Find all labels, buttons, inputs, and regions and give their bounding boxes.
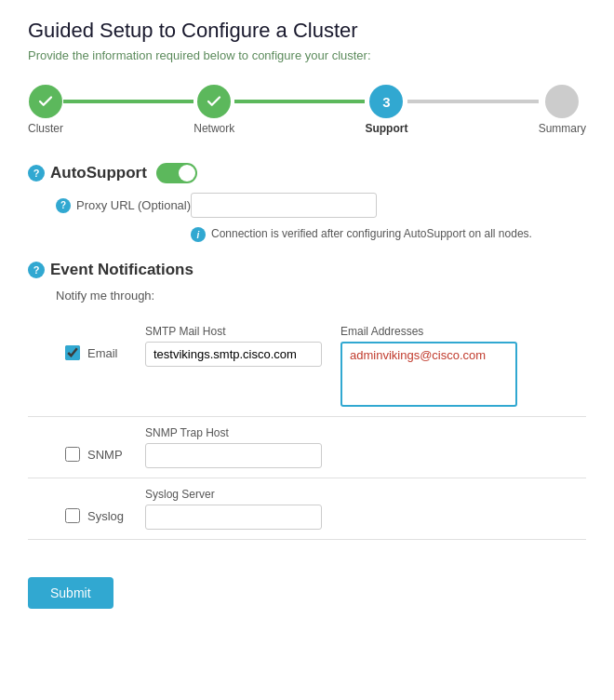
snmp-trap-input[interactable] xyxy=(145,443,322,468)
step-label-cluster: Cluster xyxy=(28,122,63,135)
event-notif-help-icon[interactable]: ? xyxy=(28,262,45,278)
email-row: Email SMTP Mail Host Email Addresses xyxy=(28,316,586,417)
syslog-server-input[interactable] xyxy=(145,505,322,530)
snmp-row: SNMP SNMP Trap Host xyxy=(28,417,586,478)
autosupport-title: AutoSupport xyxy=(50,164,147,182)
autosupport-section: ? AutoSupport ? Proxy URL (Optional) i C… xyxy=(28,163,586,242)
connector-3 xyxy=(407,100,538,103)
proxy-url-label: ? Proxy URL (Optional) xyxy=(56,198,191,213)
connector-1 xyxy=(63,100,194,103)
email-checkbox[interactable] xyxy=(65,345,80,360)
event-notifications-section: ? Event Notifications Notify me through:… xyxy=(28,261,586,540)
submit-button[interactable]: Submit xyxy=(28,577,113,609)
syslog-server-label: Syslog Server xyxy=(145,488,322,501)
proxy-url-input[interactable] xyxy=(191,193,377,218)
syslog-row: Syslog Syslog Server xyxy=(28,478,586,540)
step-label-network: Network xyxy=(194,122,234,135)
smtp-input[interactable] xyxy=(145,342,322,367)
step-circle-cluster xyxy=(29,85,62,118)
snmp-fields: SNMP Trap Host xyxy=(145,426,322,468)
event-notifications-header: ? Event Notifications xyxy=(28,261,586,279)
email-checkbox-wrap: Email xyxy=(65,345,130,360)
email-addresses-label: Email Addresses xyxy=(340,325,517,338)
stepper: Cluster Network 3 Support Summary xyxy=(28,85,586,135)
info-note-text: Connection is verified after configuring… xyxy=(211,227,532,240)
page-title: Guided Setup to Configure a Cluster xyxy=(28,19,586,43)
snmp-label: SNMP xyxy=(87,448,123,462)
email-label: Email xyxy=(87,346,118,360)
toggle-thumb xyxy=(179,165,195,182)
snmp-trap-label: SNMP Trap Host xyxy=(145,426,322,439)
syslog-checkbox[interactable] xyxy=(65,508,80,523)
proxy-help-icon[interactable]: ? xyxy=(56,198,71,213)
syslog-server-field: Syslog Server xyxy=(145,488,322,530)
snmp-checkbox[interactable] xyxy=(65,447,80,462)
syslog-checkbox-wrap: Syslog xyxy=(65,508,130,523)
notify-label: Notify me through: xyxy=(56,289,586,303)
snmp-checkbox-wrap: SNMP xyxy=(65,447,130,462)
step-label-summary: Summary xyxy=(539,122,586,135)
syslog-fields: Syslog Server xyxy=(145,488,322,530)
snmp-trap-field: SNMP Trap Host xyxy=(145,426,322,468)
email-addresses-field: Email Addresses xyxy=(340,325,517,407)
step-summary: Summary xyxy=(539,85,586,135)
step-circle-summary xyxy=(545,85,579,118)
step-circle-network xyxy=(197,85,231,118)
smtp-field: SMTP Mail Host xyxy=(145,325,322,407)
step-circle-support: 3 xyxy=(369,85,403,118)
autosupport-header: ? AutoSupport xyxy=(28,163,586,183)
email-fields: SMTP Mail Host Email Addresses xyxy=(145,325,517,407)
step-network: Network xyxy=(194,85,234,135)
step-cluster: Cluster xyxy=(28,85,63,135)
step-label-support: Support xyxy=(365,122,407,135)
autosupport-toggle[interactable] xyxy=(156,163,197,183)
email-addresses-input[interactable] xyxy=(340,342,517,407)
proxy-url-row: ? Proxy URL (Optional) xyxy=(56,193,586,218)
autosupport-info-note: i Connection is verified after configuri… xyxy=(191,227,586,242)
step-support: 3 Support xyxy=(365,85,407,135)
info-icon: i xyxy=(191,227,206,242)
syslog-label: Syslog xyxy=(87,509,124,523)
smtp-label: SMTP Mail Host xyxy=(145,325,322,338)
autosupport-help-icon[interactable]: ? xyxy=(28,165,45,182)
connector-2 xyxy=(234,100,365,103)
event-notifications-title: Event Notifications xyxy=(50,261,194,279)
page-subtitle: Provide the information required below t… xyxy=(28,48,586,62)
